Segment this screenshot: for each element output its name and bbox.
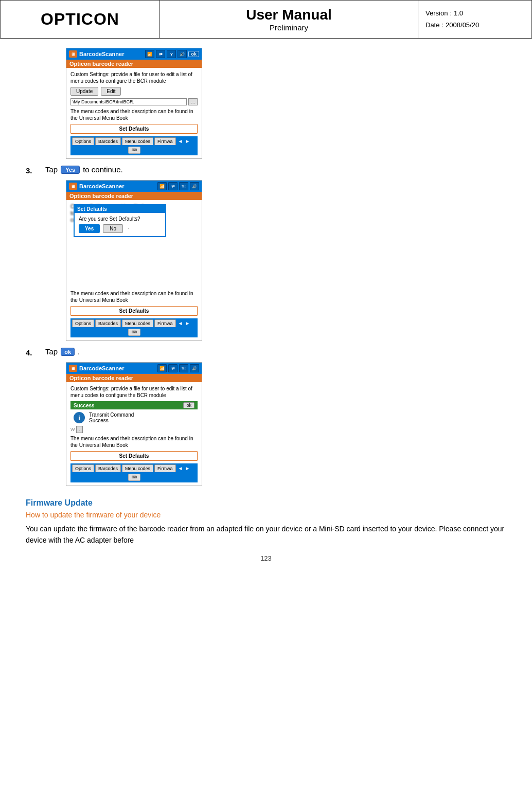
- tab-menucodes-1[interactable]: Menu codes: [122, 137, 153, 145]
- tab-barcodes-2[interactable]: Barcodes: [95, 319, 121, 327]
- step-3-body: Tap Yes to continue.: [45, 165, 123, 174]
- tabs-bar-1: Options Barcodes Menu codes Firmwa ◄ ►: [70, 136, 198, 145]
- sound-icon-3: 🔊: [190, 364, 199, 372]
- set-defaults-button-3[interactable]: Set Defaults: [70, 451, 198, 461]
- tab-options-3[interactable]: Options: [72, 464, 94, 472]
- update-button-1[interactable]: Update: [70, 87, 98, 96]
- transmit-row: i Transmit CommandSuccess: [70, 409, 198, 426]
- dialog-body-2: Are you sure Set Defaults? Yes No .: [75, 213, 165, 236]
- dialog-btn-row: Yes No .: [79, 224, 161, 233]
- set-defaults-button-2[interactable]: Set Defaults: [70, 306, 198, 316]
- path-field-1[interactable]: \My Documents\BCR\InitBCR.: [70, 98, 187, 105]
- tab-arrow-left-2[interactable]: ◄: [178, 320, 183, 326]
- edit-button-1[interactable]: Edit: [101, 87, 121, 96]
- custom-text-3: Custom Settings: provide a file for user…: [70, 385, 198, 399]
- signal-icon-1: Y: [167, 50, 176, 58]
- signal-icon-2: Y!: [179, 182, 188, 190]
- partial-text-3: W: [70, 427, 75, 432]
- dialog-yes-button[interactable]: Yes: [79, 224, 100, 233]
- version-value: 1.0: [454, 8, 463, 19]
- menu-text-3: The menu codes and their description can…: [70, 435, 198, 449]
- wifi-icon-2: 📶: [157, 182, 167, 190]
- title-sub: Preliminary: [270, 23, 308, 32]
- tab-firmware-2[interactable]: Firmwa: [154, 319, 176, 327]
- wince-titlebar-2: ⊞ BarcodeScanner 📶 ⇄ Y! 🔊: [66, 181, 202, 192]
- screenshot-3: ⊞ BarcodeScanner 📶 ⇄ Y! 🔊 Opticon barcod…: [66, 362, 202, 486]
- sync-icon-2: ⇄: [168, 182, 178, 190]
- set-defaults-button-1[interactable]: Set Defaults: [70, 124, 198, 134]
- titlebar-left-1: ⊞ BarcodeScanner: [69, 50, 124, 58]
- dialog-no-button[interactable]: No: [103, 224, 123, 233]
- step-3-text-after: to continue.: [83, 165, 123, 174]
- ok-button-inline: ok: [61, 348, 75, 356]
- signal-icon-3: Y!: [179, 364, 188, 372]
- step-4: 4. Tap ok .: [26, 347, 506, 357]
- date-sep: :: [441, 20, 444, 31]
- tabs-bottom-3: ⌨: [70, 472, 198, 482]
- tab-options-1[interactable]: Options: [72, 137, 94, 145]
- step-4-body: Tap ok .: [45, 347, 80, 356]
- titlebar-right-3: 📶 ⇄ Y! 🔊: [157, 364, 199, 372]
- step-4-text-before: Tap: [45, 347, 58, 356]
- wifi-icon-1: 📶: [145, 50, 154, 58]
- tab-arrow-left-1[interactable]: ◄: [178, 138, 183, 144]
- titlebar-text-3: BarcodeScanner: [79, 365, 124, 371]
- keyboard-icon-2: ⌨: [128, 329, 140, 336]
- step-4-text-after: .: [78, 347, 80, 356]
- tab-arrow-left-3[interactable]: ◄: [178, 465, 183, 471]
- opticon-bar-1: Opticon barcode reader: [66, 60, 202, 68]
- yes-button-inline: Yes: [61, 166, 80, 174]
- dialog-question: Are you sure Set Defaults?: [79, 216, 161, 222]
- title-main: User Manual: [246, 7, 332, 23]
- opticon-bar-3: Opticon barcode reader: [66, 374, 202, 382]
- firmware-body-text: You can update the firmware of the barco…: [26, 523, 506, 546]
- step-3-number: 3.: [26, 165, 45, 175]
- screenshot-body-3: Custom Settings: provide a file for user…: [66, 382, 202, 486]
- browse-button-1[interactable]: ...: [188, 98, 198, 105]
- success-ok-button[interactable]: ok: [183, 402, 194, 408]
- info-icon: i: [74, 412, 85, 423]
- wifi-icon-3: 📶: [157, 364, 167, 372]
- success-label: Success: [74, 403, 95, 408]
- screenshot-body-1: Custom Settings: provide a file for user…: [66, 68, 202, 158]
- tab-barcodes-1[interactable]: Barcodes: [95, 137, 121, 145]
- tabs-bottom-1: ⌨: [70, 145, 198, 155]
- tab-arrow-right-2[interactable]: ►: [185, 320, 190, 326]
- step-3: 3. Tap Yes to continue.: [26, 165, 506, 175]
- browse-btn-3[interactable]: .: [76, 426, 83, 433]
- windows-icon-3: ⊞: [69, 365, 77, 372]
- sync-icon-3: ⇄: [168, 364, 178, 372]
- set-defaults-dialog: Set Defaults Are you sure Set Defaults? …: [74, 204, 166, 237]
- opticon-bar-2: Opticon barcode reader: [66, 192, 202, 200]
- sound-icon-2: 🔊: [190, 182, 199, 190]
- custom-text-1: Custom Settings: provide a file for user…: [70, 71, 198, 84]
- tab-menucodes-3[interactable]: Menu codes: [122, 464, 153, 472]
- path-row-1: \My Documents\BCR\InitBCR. ...: [70, 98, 198, 105]
- keyboard-icon-1: ⌨: [128, 147, 140, 154]
- tabs-bar-2: Options Barcodes Menu codes Firmwa ◄ ►: [70, 318, 198, 327]
- tab-firmware-1[interactable]: Firmwa: [154, 137, 176, 145]
- date-value: 2008/05/20: [446, 20, 479, 31]
- tab-arrow-right-1[interactable]: ►: [185, 138, 190, 144]
- screenshot-2: ⊞ BarcodeScanner 📶 ⇄ Y! 🔊 Opticon barcod…: [66, 180, 202, 341]
- tab-firmware-3[interactable]: Firmwa: [154, 464, 176, 472]
- step-4-number: 4.: [26, 347, 45, 357]
- tab-arrow-right-3[interactable]: ►: [185, 465, 190, 471]
- page-number: 123: [26, 554, 506, 562]
- ok-taskbar-1[interactable]: ok: [188, 51, 199, 57]
- transmit-text: Transmit CommandSuccess: [89, 412, 134, 423]
- success-overlay: Success ok i Transmit CommandSuccess: [70, 401, 198, 426]
- tab-barcodes-3[interactable]: Barcodes: [95, 464, 121, 472]
- version-sep: :: [450, 8, 452, 19]
- tab-options-2[interactable]: Options: [72, 319, 94, 327]
- titlebar-right-2: 📶 ⇄ Y! 🔊: [157, 182, 199, 190]
- document-title: User Manual Preliminary: [160, 1, 418, 38]
- windows-icon-2: ⊞: [69, 183, 77, 190]
- windows-icon-1: ⊞: [69, 50, 77, 58]
- titlebar-text-2: BarcodeScanner: [79, 183, 124, 189]
- tab-menucodes-2[interactable]: Menu codes: [122, 319, 153, 327]
- tabs-bottom-2: ⌨: [70, 327, 198, 337]
- page-header: OPTICON User Manual Preliminary Version …: [0, 0, 532, 39]
- success-bar: Success ok: [70, 401, 198, 409]
- titlebar-left-2: ⊞ BarcodeScanner: [69, 183, 124, 190]
